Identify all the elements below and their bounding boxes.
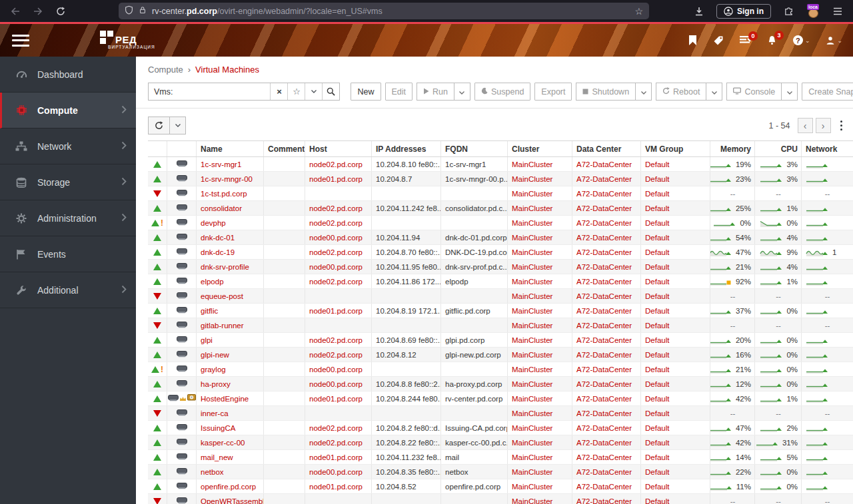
datacenter-link[interactable]: A72-DataCenter (576, 204, 632, 212)
help-menu-button[interactable]: ? ⌄ (793, 35, 810, 45)
vm-table-row[interactable]: equeue-postMainClusterA72-DataCenterDefa… (148, 289, 853, 304)
sidebar-item-events[interactable]: Events (0, 236, 136, 272)
vmgroup-link[interactable]: Default (645, 160, 669, 168)
sign-in-button[interactable]: Sign in (716, 4, 771, 19)
vmgroup-link[interactable]: Default (645, 468, 669, 476)
vm-table-row[interactable]: 1c-tst.pd.corpMainClusterA72-DataCenterD… (148, 186, 853, 201)
edit-button[interactable]: Edit (385, 83, 413, 101)
vm-table-row[interactable]: gitflicnode01.pd.corp10.204.8.19 172.1..… (148, 304, 853, 318)
column-header-comment[interactable]: Comment (263, 141, 305, 156)
nav-toggle-button[interactable] (12, 35, 29, 47)
vm-name-link[interactable]: dnk-srv-profile (201, 263, 249, 271)
column-header-ip-addresses[interactable]: IP Addresses (371, 141, 440, 156)
pagination-prev-button[interactable]: ‹ (798, 118, 813, 133)
sidebar-item-compute[interactable]: Compute (0, 93, 136, 128)
host-link[interactable]: node02.pd.corp (309, 336, 363, 344)
tasks-button[interactable]: 0 (740, 36, 751, 45)
vm-name-link[interactable]: 1c-srv-mngr-00 (201, 175, 253, 183)
suspend-button[interactable]: Suspend (474, 83, 530, 101)
vmgroup-link[interactable]: Default (645, 322, 669, 330)
vm-name-link[interactable]: dnk-dc-01 (201, 234, 235, 242)
vmgroup-link[interactable]: Default (645, 395, 669, 403)
bookmarks-button[interactable] (688, 35, 697, 45)
vm-table-row[interactable]: dnk-dc-19node02.pd.corp10.204.8.70 fe80:… (148, 245, 853, 260)
vmgroup-link[interactable]: Default (645, 219, 669, 227)
run-button[interactable]: Run (417, 83, 454, 101)
cluster-link[interactable]: MainCluster (512, 483, 552, 491)
host-link[interactable]: node02.pd.corp (309, 424, 363, 432)
cluster-link[interactable]: MainCluster (512, 175, 552, 183)
vmgroup-link[interactable]: Default (645, 366, 669, 374)
vm-table-row[interactable]: !devphpnode02.pd.corpMainClusterA72-Data… (148, 216, 853, 230)
cluster-link[interactable]: MainCluster (512, 351, 552, 359)
vmgroup-link[interactable]: Default (645, 424, 669, 432)
datacenter-link[interactable]: A72-DataCenter (576, 409, 632, 417)
alerts-bell-button[interactable]: 3 (767, 35, 777, 45)
grid-kebab-button[interactable] (836, 118, 847, 134)
vm-table-row[interactable]: kasper-cc-00node02.pd.corp10.204.8.22 fe… (148, 435, 853, 450)
vm-name-link[interactable]: IssuingCA (201, 424, 235, 432)
cluster-link[interactable]: MainCluster (512, 307, 552, 315)
datacenter-link[interactable]: A72-DataCenter (576, 263, 632, 271)
lock-icon[interactable] (139, 5, 147, 17)
vm-table-row[interactable]: ha-proxynode00.pd.corp10.204.8.8 fe80::2… (148, 377, 853, 391)
host-link[interactable]: node02.pd.corp (309, 204, 363, 212)
datacenter-link[interactable]: A72-DataCenter (576, 336, 632, 344)
vmgroup-link[interactable]: Default (645, 248, 669, 256)
cluster-link[interactable]: MainCluster (512, 219, 552, 227)
vmgroup-link[interactable]: Default (645, 204, 669, 212)
browser-reload-button[interactable] (52, 3, 69, 19)
datacenter-link[interactable]: A72-DataCenter (576, 424, 632, 432)
column-header-memory[interactable]: Memory (710, 141, 754, 156)
column-header-data-center[interactable]: Data Center (572, 141, 640, 156)
cluster-link[interactable]: MainCluster (512, 366, 552, 374)
vmgroup-link[interactable]: Default (645, 263, 669, 271)
host-link[interactable]: node02.pd.corp (309, 160, 363, 168)
cluster-link[interactable]: MainCluster (512, 439, 552, 447)
reboot-caret-button[interactable] (706, 83, 722, 101)
console-caret-button[interactable] (782, 83, 798, 101)
refresh-caret-button[interactable] (170, 117, 186, 134)
vm-table-row[interactable]: 1c-srv-mngr-00node01.pd.corp10.204.8.71c… (148, 172, 853, 186)
run-caret-button[interactable] (454, 83, 470, 101)
vmgroup-link[interactable]: Default (645, 190, 669, 198)
sidebar-item-network[interactable]: Network (0, 128, 136, 164)
host-link[interactable]: node02.pd.corp (309, 351, 363, 359)
datacenter-link[interactable]: A72-DataCenter (576, 380, 632, 388)
vmgroup-link[interactable]: Default (645, 278, 669, 286)
column-header-cpu[interactable]: CPU (754, 141, 801, 156)
extension-puzzle-icon[interactable] (780, 3, 797, 19)
shutdown-caret-button[interactable] (636, 83, 652, 101)
refresh-button[interactable] (148, 117, 170, 134)
sidebar-item-dashboard[interactable]: Dashboard (0, 57, 136, 93)
vm-name-link[interactable]: HostedEngine (201, 395, 249, 403)
datacenter-link[interactable]: A72-DataCenter (576, 453, 632, 461)
vmgroup-link[interactable]: Default (645, 307, 669, 315)
column-header-vm-group[interactable]: VM Group (640, 141, 710, 156)
cluster-link[interactable]: MainCluster (512, 497, 552, 504)
host-link[interactable]: node02.pd.corp (309, 248, 363, 256)
cluster-link[interactable]: MainCluster (512, 322, 552, 330)
vm-table-row[interactable]: netboxnode00.pd.corp10.204.8.35 fe80::..… (148, 465, 853, 479)
datacenter-link[interactable]: A72-DataCenter (576, 160, 632, 168)
vm-table-row[interactable]: openfire.pd.corpnode01.pd.corp10.204.8.5… (148, 479, 853, 494)
vm-table-row[interactable]: 1c-srv-mgr1node02.pd.corp10.204.8.10 fe8… (148, 157, 853, 172)
datacenter-link[interactable]: A72-DataCenter (576, 234, 632, 242)
datacenter-link[interactable]: A72-DataCenter (576, 307, 632, 315)
cluster-link[interactable]: MainCluster (512, 292, 552, 300)
cluster-link[interactable]: MainCluster (512, 453, 552, 461)
cluster-link[interactable]: MainCluster (512, 160, 552, 168)
shutdown-button[interactable]: Shutdown (576, 83, 636, 101)
host-link[interactable]: node02.pd.corp (309, 219, 363, 227)
vm-name-link[interactable]: kasper-cc-00 (201, 439, 245, 447)
datacenter-link[interactable]: A72-DataCenter (576, 439, 632, 447)
vm-name-link[interactable]: inner-ca (201, 409, 229, 417)
search-submit-button[interactable] (322, 83, 339, 100)
datacenter-link[interactable]: A72-DataCenter (576, 278, 632, 286)
search-clear-button[interactable]: × (270, 83, 287, 100)
vm-table-row[interactable]: glpinode02.pd.corp10.204.8.69 fe80::...g… (148, 333, 853, 348)
new-button[interactable]: New (351, 83, 381, 101)
sidebar-item-additional[interactable]: Additional (0, 272, 136, 308)
cluster-link[interactable]: MainCluster (512, 468, 552, 476)
vm-name-link[interactable]: gitflic (201, 307, 218, 315)
